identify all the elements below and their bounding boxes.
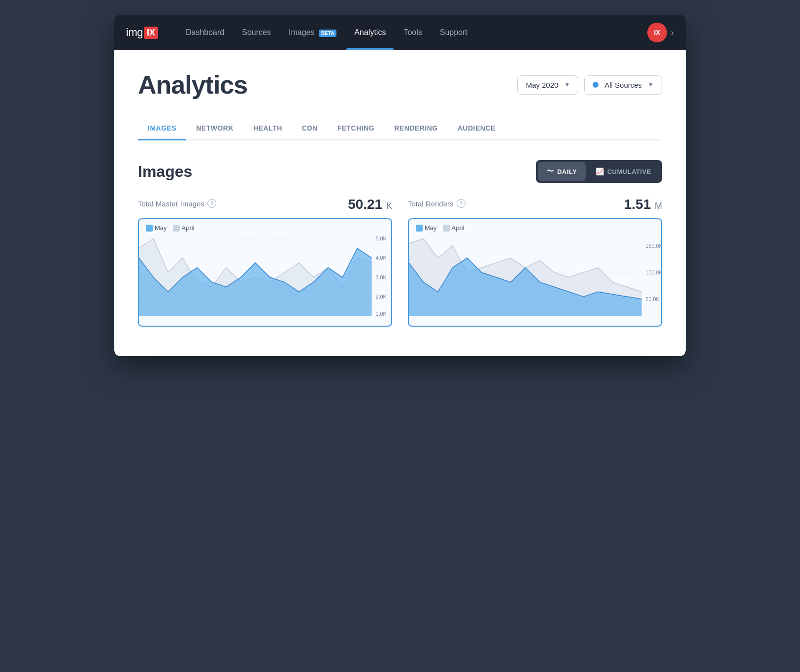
tab-cdn[interactable]: CDN — [292, 117, 328, 140]
toggle-cumulative-button[interactable]: 📈 CUMULATIVE — [587, 162, 660, 181]
master-images-value: 50.21 K — [348, 197, 392, 212]
total-renders-help-icon[interactable]: ? — [457, 199, 466, 208]
svg-text:5.0K: 5.0K — [375, 235, 387, 241]
chart-toggle-group: 〜 DAILY 📈 CUMULATIVE — [536, 160, 662, 183]
main-content: Analytics May 2020 ▼ All Sources ▼ IMAGE… — [114, 50, 686, 356]
master-images-header: Total Master Images ? 50.21 K — [138, 197, 392, 212]
legend2-april: April — [443, 224, 465, 232]
toggle-daily-button[interactable]: 〜 DAILY — [538, 162, 586, 181]
legend2-april-box — [443, 225, 450, 232]
logo-img-text: img — [126, 26, 143, 39]
daily-chart-icon: 〜 — [547, 167, 554, 176]
source-dot-icon — [593, 82, 599, 88]
master-images-help-icon[interactable]: ? — [207, 199, 216, 208]
nav-link-analytics[interactable]: Analytics — [346, 24, 394, 41]
source-dropdown[interactable]: All Sources ▼ — [584, 75, 662, 95]
avatar[interactable]: IX — [647, 23, 667, 42]
charts-row: Total Master Images ? 50.21 K May — [138, 197, 662, 327]
tab-fetching[interactable]: FETCHING — [328, 117, 385, 140]
top-nav: img IX Dashboard Sources Images BETA Ana… — [114, 15, 686, 50]
nav-link-images[interactable]: Images BETA — [281, 24, 344, 41]
tab-health[interactable]: HEALTH — [243, 117, 292, 140]
source-dropdown-arrow-icon: ▼ — [648, 81, 654, 88]
tab-network[interactable]: NETWORK — [186, 117, 243, 140]
chart1-svg: 5.0K 4.0K 3.0K 2.0K 1.0K — [139, 219, 391, 326]
logo-ix-badge: IX — [144, 27, 158, 39]
legend-may-box — [146, 225, 153, 232]
logo[interactable]: img IX — [126, 26, 158, 39]
legend-april: April — [173, 224, 195, 232]
nav-link-tools[interactable]: Tools — [396, 24, 430, 41]
page-header: Analytics May 2020 ▼ All Sources ▼ — [138, 70, 662, 100]
total-renders-block: Total Renders ? 1.51 M May — [408, 197, 662, 327]
source-label: All Sources — [604, 81, 642, 89]
total-renders-chart: May April — [408, 218, 662, 327]
date-dropdown[interactable]: May 2020 ▼ — [517, 75, 578, 95]
header-controls: May 2020 ▼ All Sources ▼ — [517, 75, 662, 95]
total-renders-value: 1.51 M — [624, 197, 662, 212]
legend2-may-box — [416, 225, 423, 232]
app-window: img IX Dashboard Sources Images BETA Ana… — [114, 15, 686, 356]
tab-rendering[interactable]: RENDERING — [384, 117, 448, 140]
master-images-label: Total Master Images ? — [138, 199, 216, 208]
nav-links: Dashboard Sources Images BETA Analytics … — [178, 24, 647, 41]
svg-text:1.0K: 1.0K — [375, 311, 387, 317]
total-renders-header: Total Renders ? 1.51 M — [408, 197, 662, 212]
section-header: Images 〜 DAILY 📈 CUMULATIVE — [138, 160, 662, 183]
legend2-may: May — [416, 224, 437, 232]
tab-audience[interactable]: AUDIENCE — [448, 117, 505, 140]
chart2-legend: May April — [416, 224, 465, 232]
tabs-row: IMAGES NETWORK HEALTH CDN FETCHING RENDE… — [138, 117, 662, 140]
nav-chevron-icon[interactable]: › — [671, 28, 674, 38]
section-title: Images — [138, 163, 192, 181]
master-images-block: Total Master Images ? 50.21 K May — [138, 197, 392, 327]
svg-text:50.0K: 50.0K — [645, 296, 660, 302]
date-dropdown-arrow-icon: ▼ — [564, 81, 570, 88]
legend-april-box — [173, 225, 180, 232]
svg-text:100.0K: 100.0K — [645, 269, 661, 275]
cumulative-chart-icon: 📈 — [596, 168, 604, 175]
svg-text:3.0K: 3.0K — [375, 274, 387, 280]
nav-link-sources[interactable]: Sources — [234, 24, 279, 41]
master-images-chart: May April — [138, 218, 392, 327]
svg-text:2.0K: 2.0K — [375, 294, 387, 300]
beta-badge: BETA — [319, 30, 336, 37]
nav-right: IX › — [647, 23, 674, 42]
nav-link-support[interactable]: Support — [432, 24, 475, 41]
legend-may: May — [146, 224, 167, 232]
total-renders-label: Total Renders ? — [408, 199, 466, 208]
svg-text:150.0K: 150.0K — [645, 243, 661, 249]
page-title: Analytics — [138, 70, 247, 100]
tab-images[interactable]: IMAGES — [138, 117, 186, 140]
date-label: May 2020 — [526, 81, 558, 89]
nav-link-dashboard[interactable]: Dashboard — [178, 24, 232, 41]
svg-text:4.0K: 4.0K — [375, 255, 387, 261]
chart1-legend: May April — [146, 224, 195, 232]
chart2-svg: 150.0K 100.0K 50.0K — [409, 219, 661, 326]
